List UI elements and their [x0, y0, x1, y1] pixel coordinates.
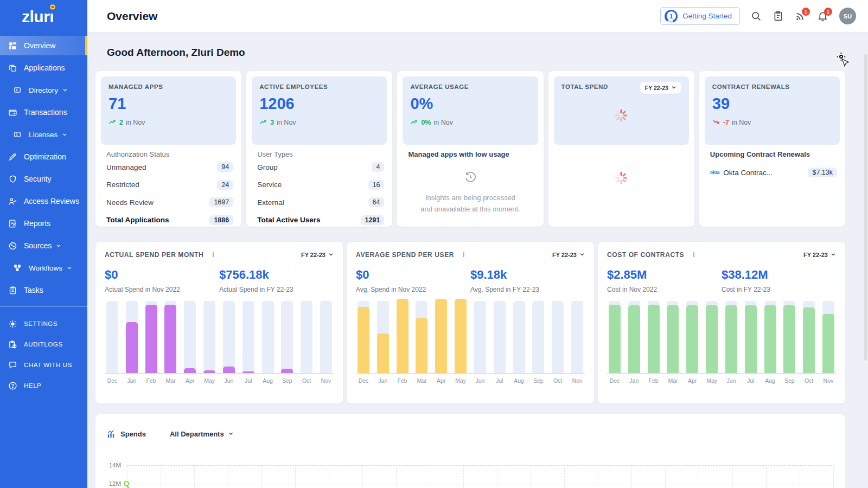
active-employees-tile: ACTIVE EMPLOYEES 1206 3 in Nov — [252, 76, 387, 145]
vertical-gridline — [329, 465, 329, 488]
bar-feb — [648, 301, 660, 373]
getting-started-progress-ring: 1 — [665, 10, 678, 23]
kpi-value: 0% — [410, 95, 530, 113]
chevron-down-icon — [831, 252, 836, 258]
sidebar-item-access-reviews[interactable]: Access Reviews — [0, 191, 87, 211]
bar-may — [706, 301, 718, 373]
vertical-gridline — [194, 465, 195, 488]
security-shield-icon — [8, 174, 17, 184]
sidebar-item-tasks[interactable]: Tasks — [0, 280, 87, 300]
activity-feed-icon[interactable]: 1 — [795, 10, 807, 22]
zluri-logo: zlurı — [22, 8, 87, 26]
reports-icon — [8, 219, 17, 228]
month-label: Oct — [552, 377, 564, 384]
sidebar-item-security[interactable]: Security — [0, 169, 87, 189]
getting-started-button[interactable]: 1 Getting Started — [660, 7, 740, 25]
renewal-name: Okta Contrac... — [723, 169, 808, 177]
sidebar-item-label: Applications — [24, 63, 65, 72]
optimization-rocket-icon — [8, 152, 17, 162]
trend-up-icon — [259, 118, 267, 127]
fy-filter-dropdown[interactable]: FY 22-23 — [301, 252, 334, 258]
department-filter-dropdown[interactable]: All Departments — [170, 430, 234, 438]
info-icon[interactable]: i — [693, 251, 694, 259]
bar-apr — [686, 301, 698, 373]
vertical-gridline — [699, 465, 699, 488]
sidebar-item-auditlogs[interactable]: AUDITLOGS — [0, 335, 87, 354]
sidebar-item-sources[interactable]: Sources — [0, 236, 87, 255]
series-start-point — [124, 481, 129, 486]
kpi-title: TOTAL SPEND — [561, 84, 608, 90]
fy-filter-dropdown[interactable]: FY 22-23 — [803, 252, 836, 258]
sidebar-item-licenses[interactable]: Licenses — [0, 125, 87, 144]
month-label: Jan — [377, 377, 389, 384]
avatar[interactable]: SU — [839, 8, 856, 24]
sidebar-item-settings[interactable]: SETTINGS — [0, 314, 87, 333]
stat-value: $756.18k — [219, 268, 334, 282]
month-label: Apr — [435, 377, 447, 384]
topbar: Overview 1 Getting Started 1 1 SU — [87, 0, 868, 33]
auditlogs-clipboard-clock-icon — [8, 339, 17, 349]
fy-filter-dropdown[interactable]: FY 22-23 — [552, 252, 585, 258]
section-title: User Types — [257, 150, 381, 158]
month-axis-labels: DecJanFebMarAprMayJunJulAugSepOctNov — [105, 377, 334, 384]
chevron-down-icon — [328, 252, 334, 258]
month-label: Mar — [667, 377, 679, 384]
clipboard-icon[interactable] — [773, 10, 784, 22]
bar-mar — [164, 301, 176, 373]
bar-jan — [126, 301, 138, 373]
kpi-title: ACTIVE EMPLOYEES — [259, 84, 379, 90]
fy-filter-dropdown[interactable]: FY 22-23 — [640, 82, 681, 94]
help-question-icon — [8, 381, 17, 390]
getting-started-label: Getting Started — [682, 12, 732, 20]
month-label: Jun — [725, 377, 737, 384]
month-label: Feb — [648, 377, 660, 384]
chart-title: ACTUAL SPEND PER MONTH — [105, 251, 203, 259]
bar-jun — [474, 301, 486, 373]
kpi-title: AVERAGE USAGE — [410, 84, 530, 90]
list-item: Restricted24 — [106, 176, 233, 194]
sidebar-item-chat-with-us[interactable]: CHAT WITH US — [0, 356, 87, 374]
trend-down-icon — [712, 118, 720, 127]
sidebar-item-help[interactable]: HELP — [0, 376, 87, 395]
chevron-down-icon — [56, 243, 61, 248]
vertical-gridline — [362, 465, 363, 488]
sidebar-item-directory[interactable]: Directory — [0, 80, 87, 100]
transactions-wallet-icon — [8, 107, 17, 117]
sidebar-item-label: Overview — [24, 41, 55, 50]
bar-sep — [783, 301, 795, 373]
bar-oct — [301, 301, 312, 373]
chart-title: AVERAGE SPEND PER USER — [356, 251, 454, 259]
actual-spend-chart-card: ACTUAL SPEND PER MONTH i FY 22-23 $0 Act… — [95, 241, 343, 404]
month-label: Nov — [822, 377, 834, 384]
sidebar-item-workflows[interactable]: Workflows — [0, 258, 87, 278]
avg-spend-bar-chart — [356, 301, 585, 374]
managed-apps-card: MANAGED APPS 71 2 in Nov Authorization S… — [95, 70, 242, 227]
stat-label: Avg. Spend in Nov 2022 — [356, 286, 470, 293]
gridline-12m — [127, 484, 834, 484]
list-item-total: Total Active Users1291 — [257, 211, 384, 228]
sidebar-item-overview[interactable]: Overview — [0, 36, 87, 55]
info-icon[interactable]: i — [463, 251, 464, 259]
renewal-list-item[interactable]: okta Okta Contrac... $7.13k — [710, 168, 837, 177]
sidebar-item-optimization[interactable]: Optimization — [0, 147, 87, 166]
stat-value: $38.12M — [722, 268, 836, 282]
trend-up-icon — [410, 118, 418, 127]
sidebar-item-applications[interactable]: Applications — [0, 58, 87, 78]
stat-label: Avg. Spend in FY 22-23 — [470, 286, 585, 293]
bell-icon[interactable]: 1 — [817, 10, 829, 22]
managed-apps-tile: MANAGED APPS 71 2 in Nov — [101, 76, 236, 145]
sidebar-item-transactions[interactable]: Transactions — [0, 102, 87, 122]
info-icon[interactable]: i — [212, 251, 214, 259]
bar-apr — [435, 301, 447, 373]
trend-value: 3 — [270, 119, 274, 126]
search-icon[interactable] — [750, 10, 762, 22]
month-label: Dec — [106, 377, 118, 384]
sidebar-item-reports[interactable]: Reports — [0, 214, 87, 233]
vertical-gridline — [228, 465, 228, 488]
month-label: Sep — [532, 377, 544, 384]
spends-plot — [127, 465, 834, 488]
month-label: Nov — [571, 377, 583, 384]
month-label: Apr — [184, 377, 196, 384]
section-title: Authorization Status — [106, 150, 231, 158]
vertical-scrollbar-thumb[interactable] — [864, 54, 867, 361]
